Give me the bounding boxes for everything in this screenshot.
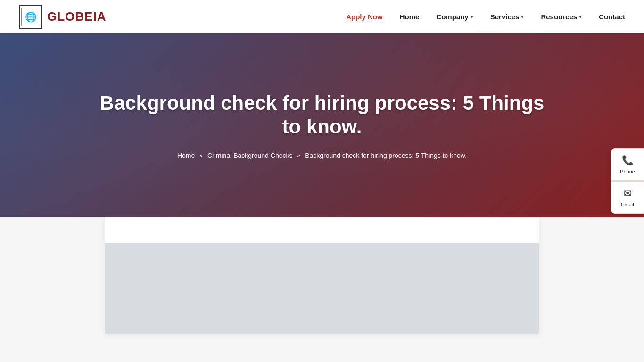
resources-chevron-icon: ▾ (579, 14, 582, 20)
hero-content: Background check for hiring process: 5 T… (0, 33, 644, 217)
content-card-header (105, 217, 539, 243)
email-button[interactable]: ✉ Email (611, 181, 644, 214)
nav-resources[interactable]: Resources ▾ (541, 13, 582, 21)
hero-title: Background check for hiring process: 5 T… (94, 91, 550, 139)
content-card (105, 217, 539, 334)
breadcrumb-criminal[interactable]: Criminal Background Checks (207, 152, 293, 159)
breadcrumb-separator-2: » (297, 152, 300, 159)
nav-contact[interactable]: Contact (599, 13, 625, 21)
logo-text: GLOBEIA (47, 9, 106, 24)
logo[interactable]: 🌐 GLOBEIA (19, 5, 106, 29)
nav-company[interactable]: Company ▾ (436, 13, 473, 21)
email-label: Email (621, 202, 634, 207)
company-chevron-icon: ▾ (471, 14, 473, 20)
nav-home[interactable]: Home (400, 13, 420, 21)
logo-icon: 🌐 (19, 5, 42, 29)
content-image (105, 243, 539, 334)
phone-label: Phone (620, 169, 635, 174)
email-icon: ✉ (624, 188, 632, 199)
nav-apply-now[interactable]: Apply Now (346, 13, 383, 21)
services-chevron-icon: ▾ (521, 14, 524, 20)
phone-button[interactable]: 📞 Phone (611, 148, 644, 181)
breadcrumb: Home » Criminal Background Checks » Back… (177, 152, 467, 159)
side-actions-panel: 📞 Phone ✉ Email (611, 148, 644, 214)
breadcrumb-separator-1: » (199, 152, 203, 159)
site-header: 🌐 GLOBEIA Apply Now Home Company ▾ Servi… (0, 0, 644, 33)
phone-icon: 📞 (622, 155, 634, 166)
breadcrumb-home[interactable]: Home (177, 152, 195, 159)
content-section (0, 217, 644, 353)
breadcrumb-current: Background check for hiring process: 5 T… (305, 152, 467, 159)
nav-services[interactable]: Services ▾ (490, 13, 524, 21)
globe-icon: 🌐 (25, 11, 37, 23)
main-nav: Apply Now Home Company ▾ Services ▾ Reso… (346, 13, 625, 21)
hero-section: Background check for hiring process: 5 T… (0, 33, 644, 217)
